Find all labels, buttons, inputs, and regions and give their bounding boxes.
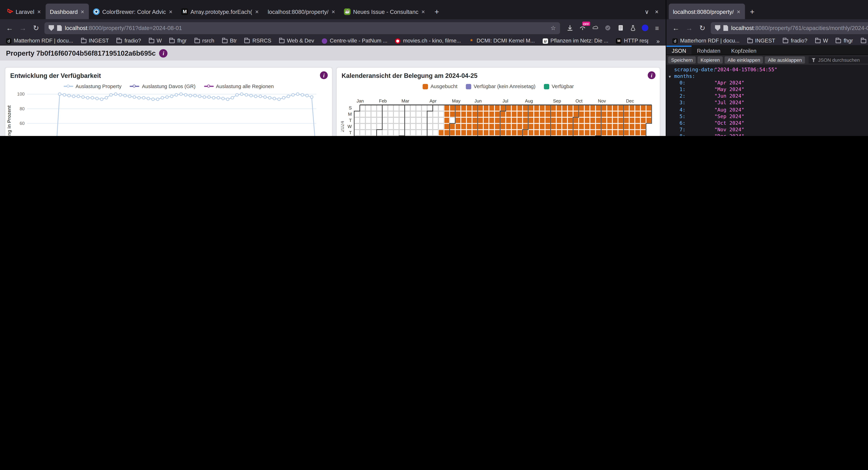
json-tab-rohdaten[interactable]: Rohdaten — [692, 45, 726, 55]
flask-icon[interactable] — [629, 24, 637, 32]
legend-label: Auslastung Property — [75, 83, 122, 89]
tab-close-icon[interactable]: × — [736, 8, 741, 15]
extension2-icon[interactable] — [591, 24, 599, 32]
page-info-badge[interactable]: i — [159, 49, 168, 57]
json-button[interactable]: Kopieren — [698, 56, 723, 64]
availability-info-icon[interactable]: i — [320, 71, 328, 79]
bookmark-item[interactable]: fradio? — [783, 38, 807, 44]
browser-tab[interactable]: Laravel× — [2, 4, 45, 19]
json-value: "Aug 2024" — [714, 106, 744, 113]
bookmark-item[interactable]: rsrch — [861, 38, 868, 44]
bookmark-item[interactable]: MHTTP response status ... — [616, 38, 649, 44]
json-tab-kopfzeilen[interactable]: Kopfzeilen — [726, 45, 762, 55]
check-circle-icon[interactable] — [604, 24, 612, 32]
tab-close-icon[interactable]: × — [331, 8, 336, 15]
bookmark-item[interactable]: INGEST — [81, 38, 109, 44]
browser-tab[interactable]: ColorBrewer: Color Advic× — [89, 4, 177, 19]
svg-text:40: 40 — [20, 135, 25, 136]
browser-tab[interactable]: MArray.prototype.forEach(× — [177, 4, 264, 19]
json-key: 1: — [679, 87, 686, 93]
bookmark-label: W — [823, 38, 828, 44]
browser-tab[interactable]: Dashboard× — [45, 4, 89, 19]
tab-label: localhost:8080/property/ — [673, 8, 734, 15]
bookmark-label: fhgr — [844, 38, 853, 44]
json-row: 1:"May 2024" — [666, 87, 868, 93]
back-button[interactable]: ← — [5, 24, 14, 32]
bookmark-item[interactable]: dMatterhorn RDF | docu... — [672, 38, 740, 44]
reload-button[interactable]: ↻ — [31, 24, 41, 32]
json-button[interactable]: Alle ausklappen — [765, 56, 805, 64]
json-search-placeholder: JSON durchsuchen — [818, 57, 860, 63]
browser-tab[interactable]: ☕Neues Issue - Consultanc× — [340, 4, 430, 19]
new-tab-button[interactable]: + — [745, 4, 759, 19]
bookmark-item[interactable]: fhgr — [169, 38, 187, 44]
bookmark-item[interactable]: movies.ch - kino, filme... — [395, 38, 461, 44]
svg-text:Feb: Feb — [379, 99, 387, 103]
list-all-tabs-icon[interactable]: ∨ — [645, 8, 649, 15]
right-address-bar[interactable]: localhost:8080/property/761/capacities/m… — [711, 22, 868, 34]
svg-text:T: T — [349, 118, 352, 123]
page-info-icon[interactable] — [57, 25, 62, 31]
bookmark-item[interactable]: INGEST — [747, 38, 775, 44]
bookmark-label: Btr — [230, 38, 237, 44]
page-info-icon[interactable] — [723, 25, 728, 31]
bookmark-item[interactable]: Centre-ville - PatNum ... — [322, 38, 388, 44]
calendar-info-icon[interactable]: i — [648, 71, 655, 79]
bookmark-item[interactable]: fhgr — [836, 38, 853, 44]
document-icon[interactable] — [616, 24, 624, 32]
reload-button[interactable]: ↻ — [698, 24, 707, 32]
close-window-icon[interactable]: × — [655, 8, 658, 15]
tab-close-icon[interactable]: × — [255, 8, 259, 15]
json-value: "2024-04-15T06:54:55" — [714, 67, 777, 73]
json-key: 6: — [679, 120, 686, 126]
left-url-text[interactable]: localhost:8000/property/761?date=2024-08… — [65, 25, 547, 31]
shield-icon[interactable] — [49, 25, 54, 31]
json-value: "May 2024" — [714, 87, 744, 93]
bookmark-item[interactable]: dMatterhorn RDF | docu... — [6, 38, 73, 44]
downloads-icon[interactable] — [566, 24, 574, 32]
bookmark-item[interactable]: rsrch — [194, 38, 214, 44]
legend-item: Verfügbar (kein Anreisetag) — [466, 83, 535, 89]
json-button[interactable]: Alle einklappen — [724, 56, 763, 64]
bookmark-item[interactable]: Btr — [222, 38, 237, 44]
back-button[interactable]: ← — [671, 24, 681, 32]
json-row: 0:"Apr 2024" — [666, 80, 868, 87]
bookmark-item[interactable]: fradio? — [117, 38, 141, 44]
tab-close-icon[interactable]: × — [168, 8, 173, 15]
bookmark-item[interactable]: W — [149, 38, 162, 44]
left-address-bar[interactable]: localhost:8000/property/761?date=2024-08… — [44, 22, 560, 34]
shield-icon[interactable] — [715, 25, 720, 31]
bookmark-item[interactable]: RSRCS — [245, 38, 271, 44]
bookmark-item[interactable]: Web & Dev — [279, 38, 314, 44]
bookmark-item[interactable]: *DCMI: DCMI Kernel M... — [469, 38, 535, 44]
browser-tab[interactable]: localhost:8080/property/× — [264, 4, 340, 19]
json-value: "Dec 2024" — [714, 133, 744, 136]
legend-marker — [130, 86, 140, 87]
bookmark-item[interactable]: W — [815, 38, 828, 44]
off-badge: OFF — [582, 22, 590, 26]
bookmark-star-icon[interactable]: ☆ — [551, 25, 556, 31]
menu-icon[interactable]: ≡ — [653, 24, 661, 32]
folder-icon — [222, 39, 227, 43]
json-tab-json[interactable]: JSON — [666, 45, 691, 55]
bookmarks-overflow-chevron[interactable]: » — [656, 37, 660, 44]
profile-avatar[interactable] — [642, 25, 648, 31]
right-url-text[interactable]: localhost:8080/property/761/capacities/m… — [731, 25, 868, 31]
folder-icon — [815, 39, 820, 43]
tab-close-icon[interactable]: × — [80, 8, 85, 15]
extension-off-icon[interactable]: OFF — [579, 24, 586, 32]
tab-close-icon[interactable]: × — [37, 8, 41, 15]
left-tab-strip: Laravel×Dashboard×ColorBrewer: Color Adv… — [0, 0, 666, 19]
right-tab-strip: localhost:8080/property/×+ — [666, 0, 868, 19]
tab-close-icon[interactable]: × — [421, 8, 426, 15]
forward-button[interactable]: → — [684, 24, 694, 32]
browser-tab[interactable]: localhost:8080/property/× — [669, 4, 745, 19]
json-button[interactable]: Speichern — [668, 56, 696, 64]
right-bookmarks: dMatterhorn RDF | docu...INGESTfradio?Wf… — [672, 38, 868, 44]
json-search-box[interactable]: JSON durchsuchen — [808, 56, 868, 64]
svg-text:Jan: Jan — [356, 99, 364, 103]
forward-button[interactable]: → — [18, 24, 28, 32]
expand-arrow-icon[interactable]: ▼ — [669, 73, 671, 80]
bookmark-item[interactable]: uPflanzen im Netz: Die ... — [543, 38, 609, 44]
new-tab-button[interactable]: + — [430, 4, 444, 19]
